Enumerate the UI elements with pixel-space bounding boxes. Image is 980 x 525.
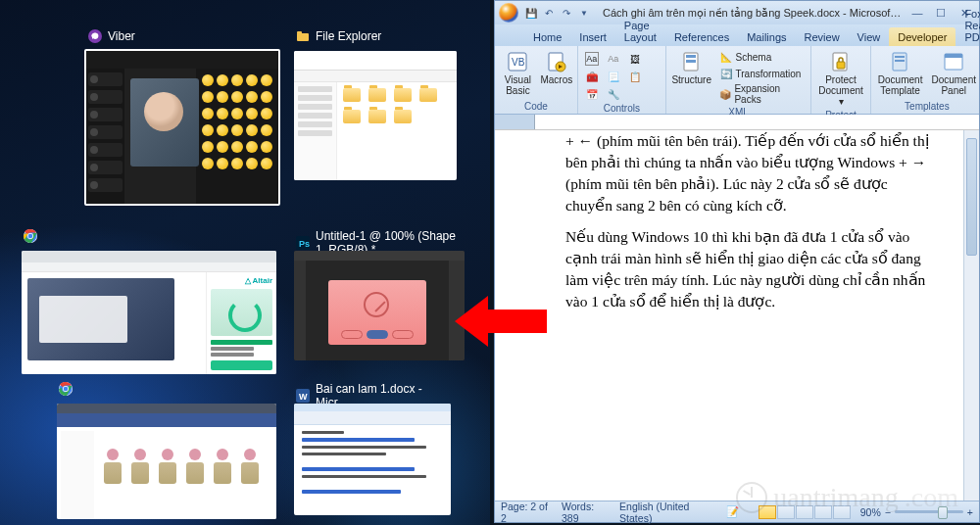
svg-rect-26 (895, 60, 905, 62)
svg-text:Ps: Ps (299, 239, 310, 249)
combobox-icon: 📃 (607, 70, 620, 83)
control-combobox[interactable]: 📃 (604, 69, 623, 84)
ribbon: VB Visual Basic Macros Code Aa Aa 🖼 🧰 📃 … (495, 46, 979, 115)
taskview-tile-viber[interactable]: Viber (84, 49, 280, 206)
protect-document-button[interactable]: Protect Document ▾ (815, 48, 866, 109)
zoom-control: 90% − + (860, 506, 973, 518)
schema-icon: 📐 (719, 50, 733, 64)
office-button[interactable] (499, 3, 518, 23)
control-legacy[interactable]: 🧰 (582, 69, 602, 84)
tab-insert[interactable]: Insert (570, 27, 615, 46)
status-language[interactable]: English (United States) (619, 501, 716, 524)
schema-button[interactable]: 📐Schema (716, 49, 808, 65)
tab-review[interactable]: Review (796, 27, 849, 46)
tile-thumbnail (57, 404, 276, 519)
expansion-icon: 📦 (719, 87, 732, 101)
view-buttons (759, 505, 851, 519)
desktop-taskview-area: Viber File Explorer (0, 0, 490, 525)
control-richtext[interactable]: Aa (582, 51, 602, 67)
svg-rect-1 (297, 33, 309, 41)
svg-rect-23 (837, 62, 845, 69)
view-draft[interactable] (833, 505, 851, 519)
svg-text:VB: VB (512, 57, 525, 68)
qat-redo[interactable]: ↷ (560, 6, 573, 20)
view-outline[interactable] (814, 505, 832, 519)
panel-icon (942, 50, 965, 73)
document-panel-button[interactable]: Document Panel (928, 48, 979, 98)
tile-thumbnail: △ Altair (22, 251, 276, 374)
word-icon: W (296, 389, 310, 403)
tile-thumbnail (294, 251, 465, 360)
svg-rect-20 (686, 55, 696, 58)
taskview-tile-photoshop[interactable]: Ps Untitled-1 @ 100% (Shape 1, RGB/8) * (292, 249, 466, 362)
svg-rect-28 (945, 54, 962, 58)
control-datepicker[interactable]: 📅 (582, 86, 602, 102)
document-area[interactable]: + ← (phím mũi tên bên trái). Tiếp đến vớ… (495, 130, 979, 501)
qat-dropdown-icon[interactable]: ▼ (577, 6, 591, 20)
chrome-icon (24, 229, 37, 243)
properties-icon: 🔧 (607, 87, 620, 101)
template-icon (889, 50, 912, 73)
control-properties[interactable]: 🔧 (604, 86, 623, 102)
transformation-button[interactable]: 🔄Transformation (716, 66, 808, 81)
visual-basic-button[interactable]: VB Visual Basic (499, 48, 537, 98)
tab-view[interactable]: View (849, 27, 890, 46)
structure-icon (680, 50, 704, 73)
ribbon-tabs: Home Insert Page Layout References Maili… (495, 24, 979, 46)
taskview-tile-word-2[interactable]: W Bai can lam 1.docx - Micr... (292, 402, 453, 517)
titlebar[interactable]: 💾 ↶ ↷ ▼ Cách ghi âm trên mọi nền tảng bằ… (495, 1, 979, 24)
taskview-tile-chrome-1[interactable]: △ Altair (20, 249, 278, 376)
svg-rect-25 (895, 56, 905, 58)
tab-mailings[interactable]: Mailings (738, 27, 795, 46)
calendar-icon: 📅 (585, 87, 599, 101)
tab-foxit[interactable]: Foxit Reader PDF (956, 4, 980, 46)
macros-button[interactable]: Macros (540, 48, 573, 87)
paragraph-2[interactable]: Nếu dùng Windows 10 thì khi bạn đã đưa 1… (565, 226, 936, 312)
zoom-value[interactable]: 90% (860, 506, 881, 518)
zoom-in-button[interactable]: + (967, 506, 973, 518)
word-window: 💾 ↶ ↷ ▼ Cách ghi âm trên mọi nền tảng bằ… (494, 0, 980, 523)
tile-label: File Explorer (316, 29, 381, 43)
structure-button[interactable]: Structure (670, 48, 713, 87)
minimize-button[interactable]: — (906, 5, 928, 21)
control-picture[interactable]: 🖼 (625, 51, 645, 67)
svg-text:W: W (299, 392, 308, 402)
expansion-packs-button[interactable]: 📦Expansion Packs (716, 82, 808, 106)
taskview-tile-file-explorer[interactable]: File Explorer (292, 49, 459, 182)
tab-references[interactable]: References (665, 27, 738, 46)
qat-save[interactable]: 💾 (524, 6, 538, 20)
svg-point-12 (64, 387, 69, 392)
status-bar: Page: 2 of 2 Words: 389 English (United … (495, 501, 979, 522)
viber-icon (88, 29, 102, 43)
status-page[interactable]: Page: 2 of 2 (501, 501, 552, 524)
tab-page-layout[interactable]: Page Layout (615, 16, 665, 46)
view-web-layout[interactable] (796, 505, 813, 519)
zoom-out-button[interactable]: − (885, 506, 891, 518)
photoshop-icon: Ps (296, 236, 310, 250)
transformation-icon: 🔄 (719, 67, 733, 80)
maximize-button[interactable]: ☐ (930, 5, 952, 21)
toolbox-icon: 🧰 (585, 70, 599, 83)
ribbon-group-xml: Structure 📐Schema 🔄Transformation 📦Expan… (666, 46, 811, 114)
tab-home[interactable]: Home (524, 27, 570, 46)
taskview-tile-chrome-2[interactable] (55, 402, 278, 521)
status-trackchanges-icon[interactable]: 📝 (726, 505, 739, 518)
document-page[interactable]: + ← (phím mũi tên bên trái). Tiếp đến vớ… (495, 130, 963, 501)
tab-developer[interactable]: Developer (889, 27, 956, 46)
dropdown-icon: 📋 (628, 70, 642, 83)
ribbon-group-code: VB Visual Basic Macros Code (495, 46, 578, 114)
paragraph-1[interactable]: + ← (phím mũi tên bên trái). Tiếp đến vớ… (565, 130, 936, 216)
status-words[interactable]: Words: 389 (562, 501, 610, 524)
svg-rect-2 (297, 31, 302, 34)
view-full-screen[interactable] (777, 505, 795, 519)
view-print-layout[interactable] (759, 505, 776, 519)
control-plaintext[interactable]: Aa (604, 51, 623, 67)
ruler[interactable] (495, 115, 979, 130)
task-view: Viber File Explorer (0, 0, 490, 525)
control-dropdown[interactable]: 📋 (625, 69, 645, 84)
vertical-scrollbar[interactable] (963, 130, 979, 501)
document-template-button[interactable]: Document Template (875, 48, 926, 98)
qat-undo[interactable]: ↶ (542, 6, 556, 20)
zoom-slider[interactable] (895, 510, 963, 513)
scrollbar-thumb[interactable] (966, 138, 977, 256)
